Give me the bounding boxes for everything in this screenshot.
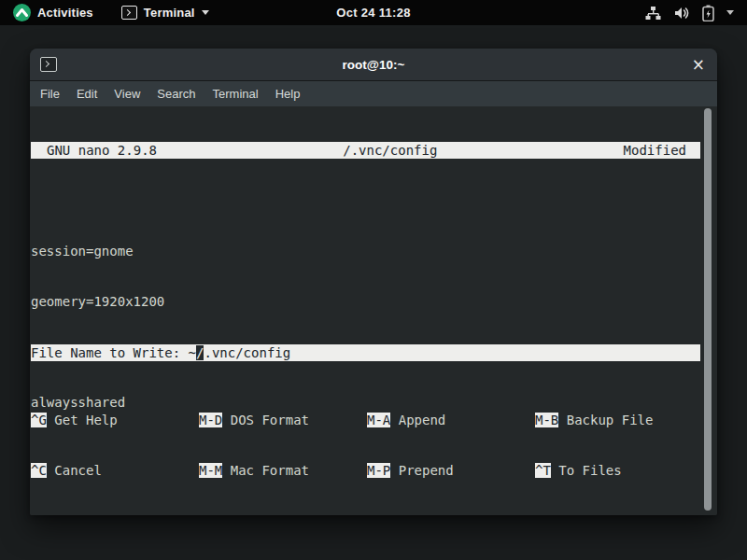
shortcut-label: Mac Format bbox=[222, 463, 309, 478]
shortcut-label: DOS Format bbox=[222, 413, 309, 427]
shortcut-dos-format: M-D DOS Format bbox=[199, 412, 367, 428]
shortcut-mac-format: M-M Mac Format bbox=[199, 462, 367, 479]
network-icon bbox=[645, 6, 661, 21]
menu-edit[interactable]: Edit bbox=[68, 83, 106, 105]
window-titlebar[interactable]: root@10:~ × bbox=[30, 49, 717, 81]
system-menu-chevron-icon bbox=[726, 10, 734, 15]
shortcut-key: M-P bbox=[367, 463, 390, 478]
prompt-value-after-cursor: .vnc/config bbox=[204, 345, 290, 360]
shortcut-key: ^T bbox=[535, 463, 551, 478]
clock[interactable]: Oct 24 11:28 bbox=[0, 6, 747, 20]
menu-view[interactable]: View bbox=[106, 83, 148, 105]
battery-charging-icon bbox=[702, 5, 714, 21]
menu-search[interactable]: Search bbox=[148, 83, 204, 105]
menu-terminal[interactable]: Terminal bbox=[204, 83, 267, 105]
shortcut-key: M-D bbox=[199, 413, 222, 427]
shortcut-cancel: ^C Cancel bbox=[31, 462, 199, 479]
window-title: root@10:~ bbox=[30, 58, 717, 72]
buffer-line: session=gnome bbox=[31, 243, 700, 259]
nano-help-row-2: ^C Cancel M-M Mac Format M-P Prepend ^T … bbox=[31, 462, 700, 479]
terminal-screen[interactable]: GNU nano 2.9.8 /.vnc/config Modified ses… bbox=[30, 106, 717, 515]
nano-version: GNU nano 2.9.8 bbox=[31, 142, 157, 159]
shortcut-get-help: ^G Get Help bbox=[31, 412, 199, 428]
nano-modified-flag: Modified bbox=[624, 142, 700, 159]
shortcut-label: Cancel bbox=[47, 463, 102, 478]
shortcut-append: M-A Append bbox=[367, 412, 535, 428]
shortcut-backup-file: M-B Backup File bbox=[535, 412, 700, 428]
nano-help-row-1: ^G Get Help M-D DOS Format M-A Append M-… bbox=[31, 412, 700, 428]
shortcut-key: M-M bbox=[199, 463, 222, 478]
shortcut-label: Backup File bbox=[558, 413, 653, 427]
shortcut-key: M-B bbox=[535, 413, 558, 427]
shortcut-key: M-A bbox=[367, 413, 390, 427]
close-button[interactable]: × bbox=[692, 57, 705, 73]
shortcut-label: Prepend bbox=[390, 463, 453, 478]
shortcut-prepend: M-P Prepend bbox=[367, 462, 535, 479]
menu-help[interactable]: Help bbox=[267, 83, 309, 105]
system-status-area[interactable] bbox=[645, 5, 747, 21]
terminal-menubar: File Edit View Search Terminal Help bbox=[30, 81, 717, 106]
buffer-line: geomery=1920x1200 bbox=[31, 293, 700, 310]
terminal-scrollbar[interactable] bbox=[704, 108, 712, 511]
nano-filename-prompt[interactable]: File Name to Write: ~/.vnc/config bbox=[31, 344, 700, 361]
volume-icon bbox=[673, 6, 690, 21]
nano-filename: /.vnc/config bbox=[157, 142, 624, 159]
terminal-window: root@10:~ × File Edit View Search Termin… bbox=[30, 49, 717, 515]
shortcut-key: ^C bbox=[31, 463, 47, 478]
shortcut-to-files: ^T To Files bbox=[535, 462, 700, 479]
gnome-top-bar: Activities Terminal Oct 24 11:28 bbox=[0, 0, 747, 25]
shortcut-key: ^G bbox=[31, 413, 47, 427]
shortcut-label: To Files bbox=[551, 463, 622, 478]
prompt-label: File Name to Write: bbox=[31, 345, 189, 360]
shortcut-label: Get Help bbox=[47, 413, 118, 427]
prompt-value-before-cursor: ~ bbox=[189, 345, 196, 360]
nano-titlebar: GNU nano 2.9.8 /.vnc/config Modified bbox=[31, 142, 700, 159]
menu-file[interactable]: File bbox=[32, 83, 68, 105]
shortcut-label: Append bbox=[390, 413, 445, 427]
